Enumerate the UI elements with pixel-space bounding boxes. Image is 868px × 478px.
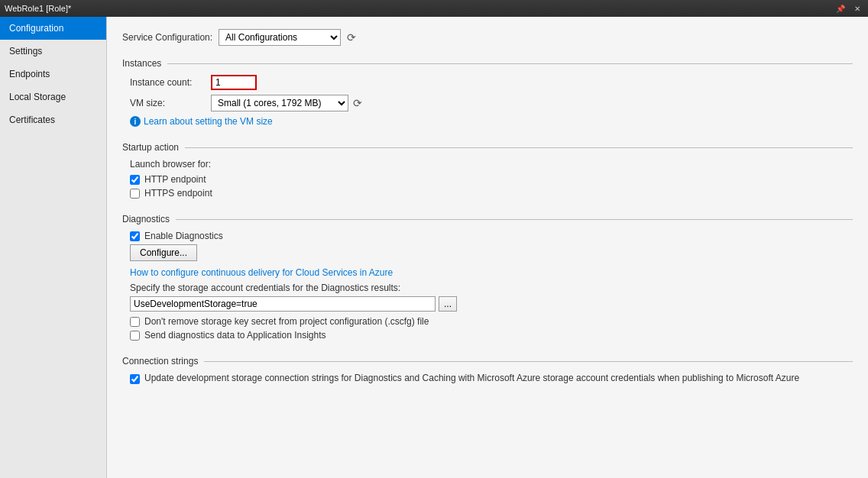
diagnostics-section: Diagnostics Enable Diagnostics Configure… — [122, 214, 853, 341]
instances-section: Instances Instance count: VM size: Small… — [122, 58, 853, 127]
connection-strings-title: Connection strings — [122, 356, 853, 367]
instance-count-input[interactable] — [211, 75, 257, 90]
title-bar-text: WebRole1 [Role]* — [5, 4, 830, 13]
cloud-services-link[interactable]: How to configure continuous delivery for… — [122, 267, 853, 278]
service-config-label: Service Configuration: — [122, 32, 212, 43]
sidebar-item-certificates[interactable]: Certificates — [0, 108, 106, 131]
instances-title: Instances — [122, 58, 853, 69]
http-endpoint-checkbox[interactable] — [130, 175, 140, 185]
enable-diagnostics-row: Enable Diagnostics — [122, 231, 853, 241]
startup-section: Startup action Launch browser for: HTTP … — [122, 142, 853, 199]
https-endpoint-label[interactable]: HTTPS endpoint — [144, 188, 212, 199]
sidebar-item-endpoints[interactable]: Endpoints — [0, 63, 106, 86]
connection-strings-section: Connection strings Update development st… — [122, 356, 853, 384]
send-diagnostics-label[interactable]: Send diagnostics data to Application Ins… — [144, 330, 326, 341]
sidebar: Configuration Settings Endpoints Local S… — [0, 17, 107, 478]
browse-button[interactable]: ... — [439, 296, 457, 312]
sidebar-item-local-storage[interactable]: Local Storage — [0, 86, 106, 108]
send-diagnostics-row: Send diagnostics data to Application Ins… — [122, 330, 853, 341]
vm-size-label: VM size: — [130, 98, 206, 108]
send-diagnostics-checkbox[interactable] — [130, 331, 140, 341]
vm-size-select[interactable]: Small (1 cores, 1792 MB) — [211, 95, 348, 111]
info-icon: i — [130, 116, 141, 127]
storage-input-row: ... — [122, 296, 853, 312]
startup-title: Startup action — [122, 142, 853, 153]
sidebar-item-settings[interactable]: Settings — [0, 40, 106, 63]
instance-count-label: Instance count: — [130, 77, 206, 88]
dont-remove-label[interactable]: Don't remove storage key secret from pro… — [144, 316, 429, 327]
https-endpoint-row: HTTPS endpoint — [122, 188, 853, 199]
http-endpoint-row: HTTP endpoint — [122, 174, 853, 185]
diagnostics-title: Diagnostics — [122, 214, 853, 224]
service-config-bar: Service Configuration: All Configuration… — [122, 29, 853, 46]
instance-count-row: Instance count: — [122, 75, 853, 90]
refresh-icon[interactable]: ⟳ — [347, 31, 356, 44]
dont-remove-row: Don't remove storage key secret from pro… — [122, 316, 853, 327]
launch-browser-label-row: Launch browser for: — [122, 159, 853, 170]
close-button[interactable]: ✕ — [851, 5, 863, 13]
title-bar: WebRole1 [Role]* 📌 ✕ — [0, 0, 868, 17]
vm-size-row: VM size: Small (1 cores, 1792 MB) ⟳ — [122, 95, 853, 111]
vm-refresh-icon[interactable]: ⟳ — [353, 97, 362, 109]
connection-strings-row: Update development storage connection st… — [122, 373, 853, 384]
configure-button[interactable]: Configure... — [130, 244, 197, 261]
storage-connection-input[interactable] — [130, 296, 436, 312]
main-content: Service Configuration: All Configuration… — [107, 17, 868, 478]
pin-button[interactable]: 📌 — [833, 5, 848, 13]
http-endpoint-label[interactable]: HTTP endpoint — [144, 174, 206, 185]
enable-diagnostics-label[interactable]: Enable Diagnostics — [144, 231, 223, 241]
sidebar-item-configuration[interactable]: Configuration — [0, 17, 106, 40]
service-config-select[interactable]: All Configurations — [219, 29, 341, 46]
storage-desc: Specify the storage account credentials … — [122, 283, 853, 293]
launch-browser-label: Launch browser for: — [130, 159, 211, 170]
update-connection-strings-checkbox[interactable] — [130, 374, 140, 384]
dont-remove-checkbox[interactable] — [130, 317, 140, 327]
learn-vm-link[interactable]: i Learn about setting the VM size — [122, 116, 853, 127]
https-endpoint-checkbox[interactable] — [130, 189, 140, 199]
update-connection-strings-label[interactable]: Update development storage connection st… — [144, 373, 799, 383]
enable-diagnostics-checkbox[interactable] — [130, 231, 140, 241]
